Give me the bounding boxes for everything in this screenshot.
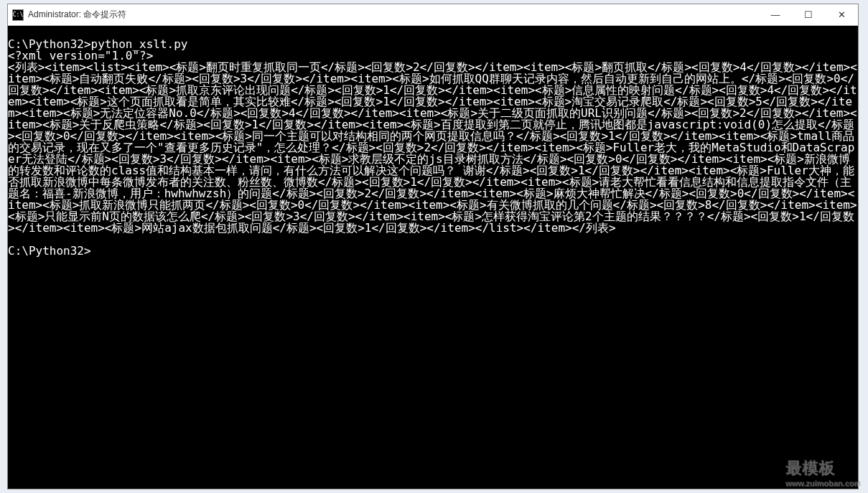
window-controls: — ☐ ✕ — [759, 4, 858, 25]
console-output[interactable]: C:\Python32>python_xslt.py <?xml version… — [8, 26, 858, 489]
cmd-icon: C:\ — [12, 9, 24, 21]
window-title: Administrator: 命令提示符 — [28, 9, 759, 21]
watermark-url: www.zuimoban.com — [785, 479, 861, 487]
window-titlebar[interactable]: C:\ Administrator: 命令提示符 — ☐ ✕ — [8, 4, 858, 26]
watermark-text: 最模板 — [785, 459, 835, 476]
close-button[interactable]: ✕ — [825, 4, 858, 25]
maximize-button[interactable]: ☐ — [792, 4, 825, 25]
watermark: 最模板 www.zuimoban.com — [785, 457, 861, 487]
minimize-button[interactable]: — — [759, 4, 792, 25]
command-prompt-window: C:\ Administrator: 命令提示符 — ☐ ✕ C:\Python… — [7, 4, 859, 489]
